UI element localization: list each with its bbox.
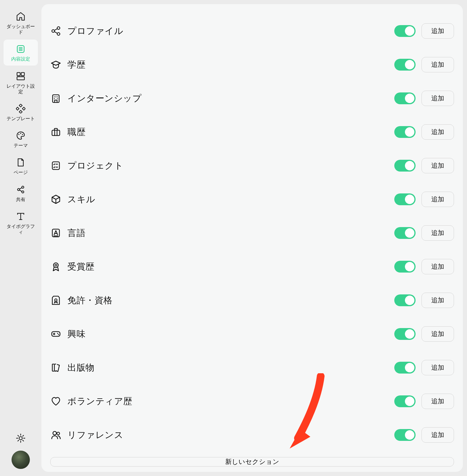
add-button-label: 追加 — [431, 296, 444, 305]
nav-label: ダッシュボード — [5, 24, 37, 35]
toggle-knob — [405, 26, 414, 36]
add-button-publication[interactable]: 追加 — [421, 360, 454, 375]
toggle-skill[interactable] — [394, 193, 416, 205]
nav-label: テーマ — [14, 143, 28, 148]
toggle-knob — [405, 397, 414, 406]
toggle-knob — [405, 262, 414, 271]
file-icon — [15, 157, 26, 168]
section-label: 言語 — [67, 227, 394, 239]
toggle-internship[interactable] — [394, 92, 416, 104]
toggle-language[interactable] — [394, 227, 416, 239]
nav-content[interactable]: 内容設定 — [4, 40, 38, 65]
users-icon — [50, 429, 61, 441]
toggle-award[interactable] — [394, 261, 416, 273]
toggle-knob — [405, 363, 414, 372]
nav-layout[interactable]: レイアウト設定 — [4, 67, 38, 98]
section-label: 出版物 — [67, 362, 394, 374]
toggle-interest[interactable] — [394, 328, 416, 340]
nav-page[interactable]: ページ — [4, 153, 38, 179]
heart-icon — [50, 396, 61, 407]
add-button-certification[interactable]: 追加 — [421, 293, 454, 308]
sun-icon — [16, 433, 25, 443]
add-button-label: 追加 — [431, 363, 444, 372]
new-section-label: 新しいセクション — [225, 457, 279, 466]
section-row-work: 職歴追加 — [50, 115, 454, 149]
section-label: プロジェクト — [67, 160, 394, 172]
typography-icon — [15, 211, 26, 222]
toggle-knob — [405, 329, 414, 339]
section-label: 職歴 — [67, 126, 394, 138]
nav-typography[interactable]: タイポグラフィ — [4, 207, 38, 238]
nav-dashboard[interactable]: ダッシュボード — [4, 7, 38, 38]
nav-label: ページ — [14, 169, 28, 175]
section-label: プロファイル — [67, 25, 394, 37]
nav-label: タイポグラフィ — [5, 224, 37, 235]
toggle-volunteer[interactable] — [394, 395, 416, 407]
home-icon — [15, 11, 26, 22]
add-button-education[interactable]: 追加 — [421, 57, 454, 72]
certificate-icon — [50, 295, 61, 306]
add-button-interest[interactable]: 追加 — [421, 326, 454, 342]
nav-label: レイアウト設定 — [5, 83, 37, 94]
language-icon — [50, 227, 61, 239]
palette-icon — [15, 130, 26, 141]
nav-label: テンプレート — [7, 116, 35, 121]
section-row-profile: プロファイル追加 — [50, 14, 454, 48]
nav-share[interactable]: 共有 — [4, 180, 38, 206]
toggle-knob — [405, 430, 414, 440]
section-row-reference: リファレンス追加 — [50, 418, 454, 452]
toggle-reference[interactable] — [394, 429, 416, 441]
checklist-icon — [50, 160, 61, 171]
add-button-reference[interactable]: 追加 — [421, 427, 454, 443]
add-button-award[interactable]: 追加 — [421, 259, 454, 274]
nav-label: 内容設定 — [11, 56, 30, 62]
add-button-language[interactable]: 追加 — [421, 225, 454, 241]
section-label: 受賞歴 — [67, 261, 394, 273]
toggle-profile[interactable] — [394, 25, 416, 37]
add-button-profile[interactable]: 追加 — [421, 23, 454, 39]
toggle-project[interactable] — [394, 160, 416, 172]
theme-toggle-button[interactable] — [15, 432, 27, 444]
toggle-knob — [405, 94, 414, 103]
toggle-education[interactable] — [394, 59, 416, 71]
section-row-certification: 免許・資格追加 — [50, 283, 454, 317]
add-button-project[interactable]: 追加 — [421, 158, 454, 173]
nav-theme[interactable]: テーマ — [4, 126, 38, 152]
toggle-work[interactable] — [394, 126, 416, 138]
content-settings-panel: プロファイル追加学歴追加インターンシップ追加職歴追加プロジェクト追加スキル追加言… — [41, 4, 463, 472]
add-button-work[interactable]: 追加 — [421, 124, 454, 140]
section-row-skill: スキル追加 — [50, 182, 454, 216]
sidebar: ダッシュボード 内容設定 レイアウト設定 テンプレート テーマ ページ 共有 タ… — [0, 0, 41, 476]
toggle-knob — [405, 195, 414, 204]
section-row-education: 学歴追加 — [50, 48, 454, 81]
toggle-knob — [405, 161, 414, 170]
add-button-volunteer[interactable]: 追加 — [421, 394, 454, 409]
main: プロファイル追加学歴追加インターンシップ追加職歴追加プロジェクト追加スキル追加言… — [41, 0, 467, 476]
add-button-skill[interactable]: 追加 — [421, 192, 454, 207]
new-section-button[interactable]: 新しいセクション — [50, 457, 454, 467]
add-button-label: 追加 — [431, 161, 444, 170]
add-button-internship[interactable]: 追加 — [421, 91, 454, 106]
controller-icon — [50, 328, 61, 340]
toggle-publication[interactable] — [394, 362, 416, 374]
add-button-label: 追加 — [431, 27, 444, 35]
section-row-volunteer: ボランティア歴追加 — [50, 384, 454, 418]
section-row-award: 受賞歴追加 — [50, 250, 454, 283]
section-label: ボランティア歴 — [67, 395, 394, 407]
toggle-certification[interactable] — [394, 294, 416, 306]
nav-template[interactable]: テンプレート — [4, 99, 38, 125]
avatar[interactable] — [12, 451, 30, 469]
section-label: リファレンス — [67, 429, 394, 441]
section-row-language: 言語追加 — [50, 216, 454, 250]
toggle-knob — [405, 127, 414, 137]
cube-icon — [50, 194, 61, 205]
list-icon — [15, 44, 26, 54]
add-button-label: 追加 — [431, 262, 444, 271]
layout-icon — [15, 71, 26, 81]
toggle-knob — [405, 228, 414, 238]
section-label: 学歴 — [67, 59, 394, 71]
diamond-grid-icon — [15, 103, 26, 114]
books-icon — [50, 362, 61, 373]
share-icon — [15, 184, 26, 195]
toggle-knob — [405, 296, 414, 305]
